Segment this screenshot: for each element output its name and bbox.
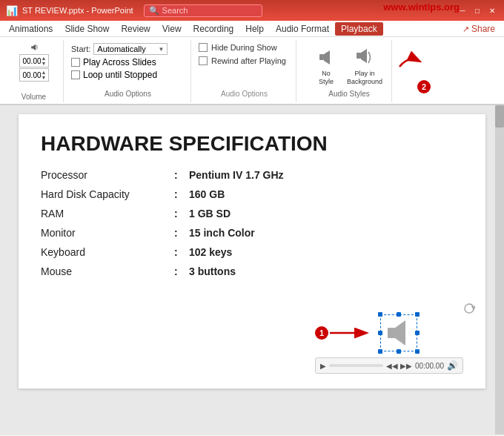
handle-bc[interactable]: [397, 349, 401, 354]
svg-marker-5: [361, 49, 367, 63]
audio-area: 1: [315, 314, 463, 374]
spec-colon-6: :: [174, 264, 189, 280]
spec-mouse: Mouse : 3 buttons: [41, 264, 463, 280]
slide-title: HARDWARE SPECIFICATION: [41, 132, 463, 156]
menu-audio-format[interactable]: Audio Format: [270, 22, 335, 36]
handle-bl[interactable]: [378, 349, 382, 354]
handle-tl[interactable]: [378, 312, 382, 317]
menu-playback[interactable]: Playback: [335, 22, 383, 36]
spec-processor: Processor : Pentium IV 1.7 GHz: [41, 168, 463, 183]
rotation-icon: [463, 303, 475, 314]
spec-ram: RAM : 1 GB SD: [41, 206, 463, 222]
volume-up[interactable]: ▲: [42, 56, 47, 61]
spec-label-processor: Processor: [41, 168, 174, 183]
play-bg-label: Play inBackground: [347, 70, 382, 86]
annotation-circle-2: 2: [417, 80, 431, 93]
svg-marker-3: [324, 50, 330, 65]
play-across-row: Play Across Slides: [71, 57, 185, 67]
volume-controls: 00.00 ▲ ▼ 00.00 ▲ ▼: [21, 40, 47, 93]
window-title: ST REVIEW.pptx - PowerPoint: [22, 6, 133, 15]
spec-label-ram: RAM: [41, 206, 174, 222]
hide-label: Hide During Show: [211, 43, 277, 52]
loop-stopped-label[interactable]: Loop until Stopped: [83, 70, 157, 80]
rewind-row: Rewind after Playing: [199, 56, 290, 65]
menu-review[interactable]: Review: [115, 22, 156, 36]
spec-harddisk: Hard Disk Capacity : 160 GB: [41, 187, 463, 202]
wintips-logo: www.wintips.org: [383, 1, 460, 13]
next-icon[interactable]: ▶▶: [400, 362, 412, 370]
play-across-checkbox[interactable]: [71, 58, 80, 67]
title-bar: 📊 ST REVIEW.pptx - PowerPoint 🔍 Search w…: [0, 0, 504, 21]
prev-icon[interactable]: ◀◀: [386, 362, 398, 370]
rewind-checkbox[interactable]: [199, 56, 208, 65]
speaker-selected[interactable]: [380, 314, 417, 351]
scrollbar-thumb[interactable]: [495, 105, 504, 128]
slide-content[interactable]: HARDWARE SPECIFICATION Processor : Penti…: [19, 114, 485, 389]
audio-styles-label: Audio Styles: [328, 90, 370, 99]
hide-checkbox[interactable]: [199, 43, 208, 52]
spec-colon-4: :: [174, 225, 189, 241]
play-bg-button[interactable]: Play inBackground: [344, 44, 385, 89]
spec-value-processor: Pentium IV 1.7 GHz: [189, 168, 284, 183]
annotation-arrow-1: [328, 326, 373, 340]
handle-mr[interactable]: [415, 331, 420, 335]
spec-colon-2: :: [174, 187, 189, 202]
spec-value-monitor: 15 inch Color: [189, 225, 255, 241]
menu-slideshow[interactable]: Slide Show: [59, 22, 115, 36]
handle-ml[interactable]: [378, 331, 382, 335]
play-across-label[interactable]: Play Across Slides: [83, 57, 156, 67]
audio-styles-group: NoStyle Play inBackground Audio Styles: [307, 40, 392, 102]
volume-down[interactable]: ▼: [42, 61, 47, 66]
spec-monitor: Monitor : 15 inch Color: [41, 225, 463, 241]
dropdown-arrow-icon: ▼: [158, 46, 164, 53]
start-dropdown[interactable]: Automatically ▼: [93, 43, 168, 55]
menu-view[interactable]: View: [156, 22, 188, 36]
volume-player-icon[interactable]: 🔊: [447, 360, 458, 371]
menu-recording[interactable]: Recording: [188, 22, 240, 36]
spec-value-ram: 1 GB SD: [189, 206, 231, 222]
start-row: Start: Automatically ▼: [71, 43, 185, 55]
volume2-down[interactable]: ▼: [42, 75, 47, 80]
start-value: Automatically: [97, 44, 145, 53]
no-style-label: NoStyle: [319, 70, 334, 86]
spec-table: Processor : Pentium IV 1.7 GHz Hard Disk…: [41, 168, 463, 280]
menu-help[interactable]: Help: [239, 22, 270, 36]
search-icon: 🔍: [149, 6, 159, 16]
search-box[interactable]: 🔍 Search: [144, 4, 262, 17]
share-button[interactable]: ↗ Share: [457, 22, 501, 36]
time-display: 00:00.00: [415, 362, 444, 370]
no-style-button[interactable]: NoStyle: [313, 44, 339, 89]
spec-value-keyboard: 102 keys: [189, 245, 232, 260]
handle-tc[interactable]: [397, 312, 401, 317]
menu-bar: Animations Slide Show Review View Record…: [0, 21, 504, 37]
rotation-handle[interactable]: [463, 303, 475, 317]
volume2-up[interactable]: ▲: [42, 70, 47, 75]
svg-marker-1: [33, 44, 35, 50]
spec-value-mouse: 3 buttons: [189, 264, 236, 280]
annotation-arrow-area: 2: [394, 44, 435, 98]
svg-rect-2: [319, 54, 324, 60]
spec-colon-5: :: [174, 245, 189, 260]
loop-stopped-checkbox[interactable]: [71, 70, 80, 79]
hide-rewind-group: Hide During Show Rewind after Playing Au…: [193, 40, 296, 102]
style-buttons: NoStyle Play inBackground: [313, 43, 385, 90]
scrollbar[interactable]: [495, 105, 504, 435]
play-button[interactable]: ▶: [320, 362, 326, 370]
handle-br[interactable]: [415, 349, 420, 354]
spec-label-mouse: Mouse: [41, 264, 174, 280]
volume-input-1[interactable]: 00.00 ▲ ▼: [19, 54, 49, 67]
audio-options-label: Audio Options: [71, 90, 185, 99]
handle-tr[interactable]: [415, 312, 420, 317]
annotation-circle-1: 1: [315, 326, 328, 340]
audio-options-group: Start: Automatically ▼ Play Across Slide…: [65, 40, 191, 102]
progress-bar[interactable]: [329, 364, 383, 367]
volume-input-2[interactable]: 00.00 ▲ ▼: [19, 68, 49, 82]
share-label: Share: [471, 24, 495, 34]
svg-rect-4: [357, 53, 361, 59]
menu-animations[interactable]: Animations: [3, 22, 59, 36]
maximize-button[interactable]: □: [471, 4, 483, 16]
ribbon-annotation-area: 2: [394, 40, 435, 102]
slide-area: HARDWARE SPECIFICATION Processor : Penti…: [0, 105, 504, 435]
audio-player[interactable]: ▶ ◀◀ ▶▶ 00:00.00 🔊: [315, 357, 463, 374]
close-button[interactable]: ✕: [486, 4, 498, 16]
